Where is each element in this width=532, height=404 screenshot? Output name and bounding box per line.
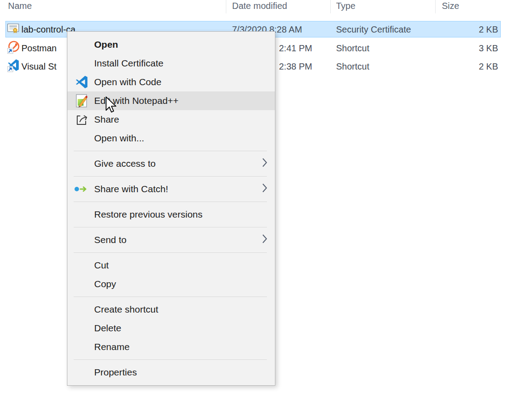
menu-item-open[interactable]: Open xyxy=(67,35,275,54)
menu-item-label: Open with... xyxy=(94,133,144,144)
file-name[interactable]: Visual St xyxy=(21,61,57,71)
explorer-file-pane: Name Date modified Type Size lab-control… xyxy=(0,0,532,404)
file-type: Shortcut xyxy=(336,43,369,53)
menu-item-open-with-code[interactable]: Open with Code xyxy=(67,73,275,91)
menu-item-share[interactable]: Share xyxy=(67,110,275,129)
menu-item-label: Properties xyxy=(94,367,137,378)
menu-item-label: Open with Code xyxy=(94,77,162,87)
vscode-icon xyxy=(72,73,91,91)
menu-item-open-with[interactable]: Open with... xyxy=(67,129,275,148)
menu-item-label: Install Certificate xyxy=(94,58,163,69)
chevron-right-icon xyxy=(262,157,268,170)
menu-separator xyxy=(74,359,267,360)
menu-item-label: Open xyxy=(94,39,118,50)
certificate-icon xyxy=(7,23,19,35)
menu-separator xyxy=(74,227,267,227)
menu-item-install-certificate[interactable]: Install Certificate xyxy=(67,54,275,73)
file-type: Shortcut xyxy=(336,61,369,71)
file-name[interactable]: Postman xyxy=(21,43,57,53)
menu-item-copy[interactable]: Copy xyxy=(67,275,275,293)
column-divider[interactable] xyxy=(226,0,226,13)
menu-item-label: Restore previous versions xyxy=(94,209,203,220)
menu-item-edit-with-notepadpp[interactable]: Edit with Notepad++ xyxy=(67,91,275,110)
column-header-name[interactable]: Name xyxy=(8,1,32,11)
menu-item-restore-previous-versions[interactable]: Restore previous versions xyxy=(67,205,275,224)
menu-item-label: Give access to xyxy=(94,158,156,169)
menu-item-give-access-to[interactable]: Give access to xyxy=(67,154,275,173)
column-header-type[interactable]: Type xyxy=(336,1,355,11)
menu-separator xyxy=(74,297,267,297)
menu-separator xyxy=(74,176,267,177)
menu-item-rename[interactable]: Rename xyxy=(67,338,275,356)
catch-icon xyxy=(72,180,91,198)
context-menu: Open Install Certificate Open with Code xyxy=(67,31,275,386)
menu-item-label: Delete xyxy=(94,323,121,334)
menu-item-create-shortcut[interactable]: Create shortcut xyxy=(67,300,275,319)
postman-icon xyxy=(7,41,20,56)
vscode-icon xyxy=(7,59,20,74)
file-date-modified: 2:38 PM xyxy=(279,61,312,71)
menu-item-cut[interactable]: Cut xyxy=(67,256,275,275)
column-divider[interactable] xyxy=(330,0,331,13)
menu-separator xyxy=(74,252,267,253)
chevron-right-icon xyxy=(262,234,268,247)
menu-item-label: Create shortcut xyxy=(94,304,158,315)
file-date-modified: 2:41 PM xyxy=(279,43,312,53)
file-size: 2 KB xyxy=(455,61,498,71)
mouse-cursor-icon xyxy=(105,96,117,116)
menu-item-label: Share with Catch! xyxy=(94,184,168,194)
column-header-date-modified[interactable]: Date modified xyxy=(232,1,287,11)
column-divider[interactable] xyxy=(435,0,436,13)
menu-separator xyxy=(74,151,267,151)
share-icon xyxy=(72,110,91,129)
chevron-right-icon xyxy=(262,183,268,196)
file-size: 3 KB xyxy=(455,43,498,53)
menu-item-delete[interactable]: Delete xyxy=(67,319,275,338)
menu-item-label: Send to xyxy=(94,235,126,245)
file-type: Security Certificate xyxy=(336,24,411,34)
menu-separator xyxy=(74,202,267,202)
menu-item-properties[interactable]: Properties xyxy=(67,363,275,382)
column-header-size[interactable]: Size xyxy=(442,1,459,11)
menu-item-label: Cut xyxy=(94,260,109,271)
file-size: 2 KB xyxy=(455,24,498,34)
menu-item-send-to[interactable]: Send to xyxy=(67,231,275,249)
menu-item-share-with-catch[interactable]: Share with Catch! xyxy=(67,180,275,198)
menu-item-label: Copy xyxy=(94,279,116,289)
notepadpp-icon xyxy=(72,91,91,110)
menu-item-label: Rename xyxy=(94,342,129,352)
